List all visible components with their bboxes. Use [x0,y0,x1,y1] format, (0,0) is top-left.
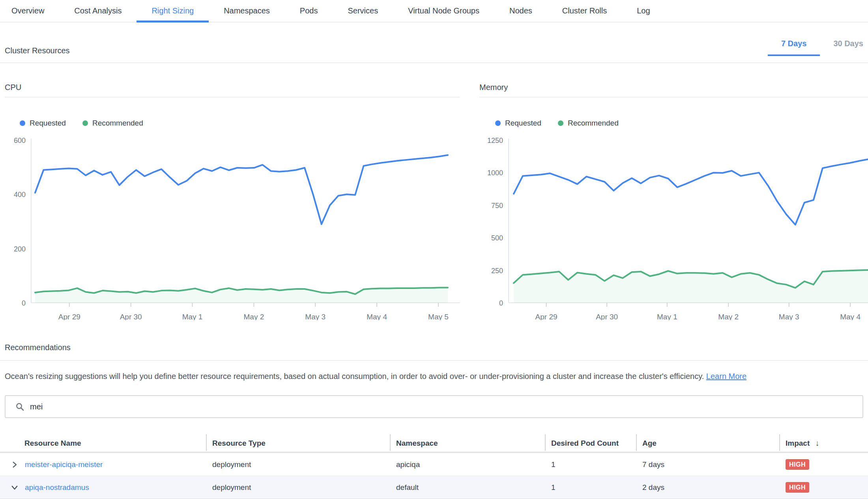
tab-services[interactable]: Services [333,0,393,22]
desired-pod-count-cell: 1 [545,460,636,469]
chevron-right-icon[interactable] [11,461,18,468]
charts-row: CPU Requested Recommended 0200400600Apr … [0,83,868,320]
impact-cell: HIGH [779,459,868,470]
cpu-chart: 0200400600Apr 29Apr 30May 1May 2May 3May… [5,135,460,320]
svg-text:May 2: May 2 [244,313,264,320]
svg-text:May 5: May 5 [428,313,449,320]
svg-text:Apr 29: Apr 29 [58,313,80,320]
svg-text:750: 750 [491,202,503,210]
legend-recommended: Recommended [82,119,143,128]
svg-text:200: 200 [14,245,26,253]
cpu-chart-legend: Requested Recommended [20,119,460,128]
period-7-days[interactable]: 7 Days [768,39,820,55]
tab-cluster-rolls[interactable]: Cluster Rolls [547,0,622,22]
column-header-resource-name[interactable]: Resource Name [0,435,206,452]
column-header-age[interactable]: Age [636,435,779,452]
column-header-impact[interactable]: Impact ↓ [779,435,868,452]
svg-text:May 1: May 1 [182,313,203,320]
sort-descending-icon[interactable]: ↓ [815,439,819,448]
svg-text:May 1: May 1 [657,313,677,320]
svg-text:May 4: May 4 [367,313,387,320]
memory-chart-title: Memory [479,83,868,98]
tab-nodes[interactable]: Nodes [494,0,547,22]
tab-pods[interactable]: Pods [285,0,333,22]
resource-name-link[interactable]: meister-apiciqa-meister [25,460,103,469]
recommendations-title: Recommendations [5,343,868,352]
tab-virtual-node-groups[interactable]: Virtual Node Groups [393,0,494,22]
resource-type-cell: deployment [206,483,390,492]
svg-text:0: 0 [22,299,26,307]
svg-text:600: 600 [14,137,26,144]
table-row[interactable]: apiqa-nostradamus deployment default 1 2… [0,476,868,499]
namespace-cell: default [390,483,545,492]
search-icon [16,403,24,411]
table-header: Resource Name Resource Type Namespace De… [0,435,868,453]
svg-text:250: 250 [491,267,503,275]
memory-chart-legend: Requested Recommended [495,119,868,128]
resource-type-cell: deployment [206,460,390,469]
recommendations-description: Ocean's resizing suggestions will help y… [5,371,863,381]
requested-dot-icon [20,120,25,126]
table-row[interactable]: meister-apiciqa-meister deployment apici… [0,453,868,476]
search-input[interactable] [30,402,862,411]
cluster-resources-header: Cluster Resources 7 Days 30 Days [0,39,868,63]
svg-text:May 3: May 3 [305,313,326,320]
recommended-dot-icon [558,120,563,126]
tab-log[interactable]: Log [622,0,665,22]
svg-text:500: 500 [491,234,503,242]
recommended-dot-icon [82,120,88,126]
legend-requested: Requested [20,119,66,128]
age-cell: 2 days [636,483,779,492]
search-box[interactable] [5,395,863,418]
period-toggle: 7 Days 30 Days [768,39,868,55]
age-cell: 7 days [636,460,779,469]
impact-high-badge: HIGH [786,459,809,470]
tab-right-sizing[interactable]: Right Sizing [137,0,209,22]
tab-namespaces[interactable]: Namespaces [209,0,285,22]
svg-text:Apr 30: Apr 30 [120,313,142,320]
svg-text:1250: 1250 [487,137,503,144]
cluster-resources-title: Cluster Resources [5,46,70,55]
legend-recommended: Recommended [558,119,619,128]
svg-text:1000: 1000 [487,169,503,177]
period-30-days[interactable]: 30 Days [820,39,868,55]
column-header-resource-type[interactable]: Resource Type [206,435,390,452]
requested-dot-icon [495,120,501,126]
svg-text:400: 400 [14,191,26,199]
recommendations-header: Recommendations [0,343,868,361]
desired-pod-count-cell: 1 [545,483,636,492]
namespace-cell: apiciqa [390,460,545,469]
learn-more-link[interactable]: Learn More [706,372,746,381]
tab-overview[interactable]: Overview [0,0,59,22]
svg-text:Apr 30: Apr 30 [596,313,618,320]
top-nav: Overview Cost Analysis Right Sizing Name… [0,0,868,23]
chevron-down-icon[interactable] [11,484,18,491]
column-header-namespace[interactable]: Namespace [390,435,545,452]
resource-name-link[interactable]: apiqa-nostradamus [25,483,89,492]
legend-requested: Requested [495,119,541,128]
column-header-desired-pod-count[interactable]: Desired Pod Count [545,435,636,452]
svg-text:Apr 29: Apr 29 [535,313,557,320]
svg-text:May 4: May 4 [840,313,861,320]
tab-cost-analysis[interactable]: Cost Analysis [59,0,137,22]
svg-text:0: 0 [499,299,503,307]
cpu-chart-section: CPU Requested Recommended 0200400600Apr … [5,83,460,320]
memory-chart: 025050075010001250Apr 29Apr 30May 1May 2… [479,135,868,320]
svg-text:May 3: May 3 [779,313,799,320]
impact-high-badge: HIGH [786,482,809,493]
impact-cell: HIGH [779,482,868,493]
cpu-chart-title: CPU [5,83,460,98]
memory-chart-section: Memory Requested Recommended 02505007501… [479,83,868,320]
svg-text:May 2: May 2 [718,313,739,320]
